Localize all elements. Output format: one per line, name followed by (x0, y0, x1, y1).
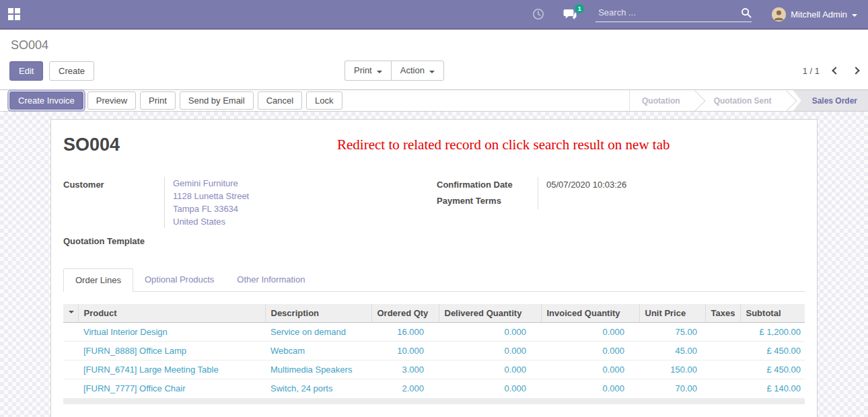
cell-description: Multimedia Speakers (265, 361, 371, 379)
preview-button[interactable]: Preview (87, 91, 136, 110)
order-line-row[interactable]: [FURN_7777] Office Chair Switch, 24 port… (63, 379, 805, 398)
col-header-product: Product (78, 304, 265, 323)
quotation-template-value (164, 233, 437, 250)
create-invoice-button[interactable]: Create Invoice (9, 91, 83, 110)
cell-taxes (705, 342, 740, 361)
cell-subtotal: £ 1,200.00 (740, 323, 805, 342)
col-header-subtotal: Subtotal (740, 304, 805, 323)
user-menu[interactable]: Mitchell Admin (772, 7, 857, 22)
lock-button[interactable]: Lock (306, 91, 342, 110)
search-icon[interactable] (741, 7, 752, 18)
form-statusbar: Create Invoice Preview Print Send by Ema… (0, 89, 868, 112)
order-lines-table: Product Description Ordered Qty Delivere… (63, 304, 805, 397)
col-header-unit-price: Unit Price (639, 304, 705, 323)
cell-invoiced-qty: 0.000 (541, 379, 639, 398)
apps-menu-icon[interactable] (8, 8, 20, 20)
cell-invoiced-qty: 0.000 (541, 361, 639, 379)
customer-label: Customer (63, 177, 164, 228)
action-dropdown[interactable]: Action (391, 61, 444, 81)
col-header-description: Description (265, 304, 371, 323)
cell-description: Switch, 24 ports (265, 379, 371, 398)
cell-description: Webcam (265, 342, 371, 361)
activities-clock-icon[interactable] (532, 8, 544, 20)
create-button[interactable]: Create (49, 61, 94, 81)
top-navbar: 1 Mitchell Admin (0, 0, 868, 30)
messages-icon[interactable]: 1 (563, 9, 577, 20)
status-steps: Quotation Quotation Sent Sales Order (629, 90, 868, 111)
cell-ordered-qty: 2.000 (371, 379, 439, 398)
order-line-row[interactable]: [FURN_8888] Office Lamp Webcam 10.000 0.… (63, 342, 805, 361)
cell-invoiced-qty: 0.000 (541, 342, 639, 361)
cell-unit-price: 70.00 (639, 379, 705, 398)
order-line-row[interactable]: [FURN_6741] Large Meeting Table Multimed… (63, 361, 805, 379)
col-header-taxes: Taxes (705, 304, 740, 323)
cell-handle (63, 361, 78, 379)
status-step-quotation-sent[interactable]: Quotation Sent (702, 90, 784, 111)
table-header-row: Product Description Ordered Qty Delivere… (63, 304, 805, 323)
customer-name[interactable]: Gemini Furniture (173, 177, 437, 190)
cell-product: [FURN_7777] Office Chair (78, 379, 265, 398)
search-input[interactable] (595, 6, 741, 19)
customer-street: 1128 Lunetta Street (173, 190, 437, 202)
form-view-background: SO004 Redirect to related record on clic… (0, 112, 868, 417)
caret-down-icon (429, 71, 435, 76)
customer-city: Tampa FL 33634 (173, 202, 437, 215)
order-line-row[interactable]: Virtual Interior Design Service on deman… (63, 323, 805, 342)
cell-taxes (705, 361, 740, 379)
expand-columns-header[interactable] (63, 304, 78, 323)
print-button[interactable]: Print (140, 91, 176, 110)
cell-unit-price: 150.00 (639, 361, 705, 379)
table-footer-strip (63, 398, 805, 404)
tab-order-lines[interactable]: Order Lines (63, 268, 133, 292)
status-step-separator (784, 90, 793, 111)
edit-button[interactable]: Edit (9, 61, 43, 81)
cell-subtotal: £ 450.00 (740, 361, 805, 379)
user-avatar (772, 7, 786, 22)
cell-ordered-qty: 10.000 (371, 342, 439, 361)
cell-ordered-qty: 3.000 (371, 361, 439, 379)
cell-delivered-qty: 0.000 (439, 379, 541, 398)
print-dropdown[interactable]: Print (345, 61, 391, 81)
status-step-separator (692, 90, 702, 111)
cell-subtotal: £ 450.00 (740, 342, 805, 361)
action-dropdown-label: Action (400, 65, 425, 75)
payment-terms-value (546, 193, 805, 209)
cell-unit-price: 75.00 (639, 323, 705, 342)
notebook-tabs: Order Lines Optional Products Other Info… (63, 268, 805, 292)
col-header-ordered-qty: Ordered Qty (371, 304, 439, 323)
customer-value[interactable]: Gemini Furniture 1128 Lunetta Street Tam… (164, 177, 437, 228)
cell-description: Service on demand (265, 323, 371, 342)
tab-optional-products[interactable]: Optional Products (133, 268, 225, 291)
cell-ordered-qty: 16.000 (371, 323, 439, 342)
cell-taxes (705, 379, 740, 398)
cell-handle (63, 323, 78, 342)
form-sheet: SO004 Redirect to related record on clic… (50, 119, 818, 417)
caret-down-icon (852, 14, 857, 20)
message-counter-badge: 1 (575, 4, 584, 13)
pager-count[interactable]: 1 / 1 (803, 66, 820, 76)
cell-delivered-qty: 0.000 (439, 323, 541, 342)
cell-product: [FURN_8888] Office Lamp (78, 342, 265, 361)
cancel-button[interactable]: Cancel (258, 91, 302, 110)
quotation-template-label: Quotation Template (63, 233, 164, 250)
col-header-delivered-quantity: Delivered Quantity (439, 304, 541, 323)
status-step-quotation[interactable]: Quotation (630, 90, 692, 111)
send-by-email-button[interactable]: Send by Email (180, 91, 254, 110)
customer-country: United States (173, 215, 437, 228)
control-panel: SO004 Edit Create Print Action 1 / 1 (0, 30, 868, 89)
cell-taxes (705, 323, 740, 342)
pager-previous-button[interactable] (832, 67, 839, 74)
print-dropdown-label: Print (354, 65, 372, 75)
status-step-sales-order[interactable]: Sales Order (793, 90, 868, 111)
payment-terms-label: Payment Terms (437, 193, 538, 209)
expand-columns-icon[interactable] (69, 311, 74, 316)
tab-other-information[interactable]: Other Information (225, 268, 316, 291)
cell-handle (63, 379, 78, 398)
pager: 1 / 1 (803, 66, 859, 76)
cell-handle (63, 342, 78, 361)
pager-next-button[interactable] (852, 67, 859, 74)
breadcrumb: SO004 (11, 38, 868, 52)
global-search (595, 6, 752, 22)
cell-delivered-qty: 0.000 (439, 342, 541, 361)
cell-product: [FURN_6741] Large Meeting Table (78, 361, 265, 379)
